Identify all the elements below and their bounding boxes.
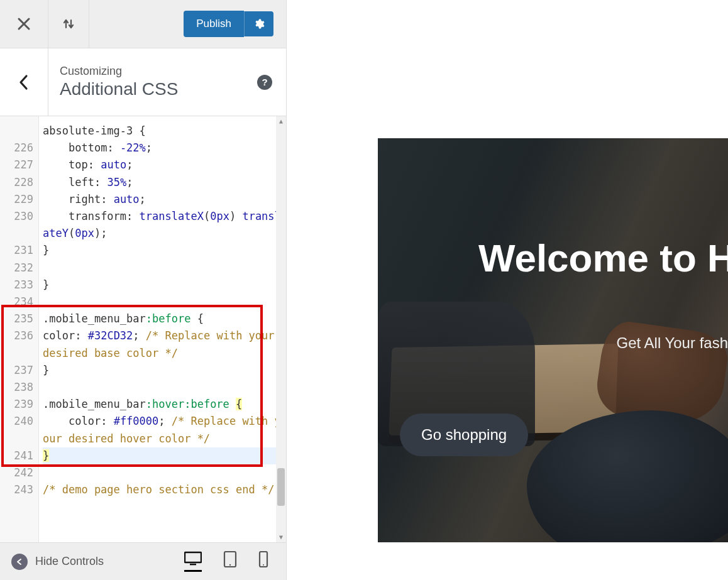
- hide-controls-button[interactable]: Hide Controls: [11, 554, 104, 570]
- hero-section: Welcome to Ha Get All Your fash Go shopp…: [378, 138, 728, 542]
- editor-scrollbar[interactable]: ▲ ▼: [276, 116, 286, 542]
- customizer-topbar: Publish: [0, 0, 286, 48]
- line-number: 239: [0, 396, 38, 413]
- line-number: 241: [0, 447, 38, 464]
- line-number: 230: [0, 208, 38, 242]
- svg-rect-1: [190, 564, 196, 565]
- help-button[interactable]: ?: [257, 75, 272, 90]
- line-number: 227: [0, 156, 38, 173]
- line-number: 226: [0, 140, 38, 156]
- svg-rect-0: [185, 552, 201, 562]
- customizer-sidebar: Publish Customizing Additional CSS ? 226…: [0, 0, 287, 580]
- panel-subtitle: Customizing: [60, 65, 246, 78]
- code-area[interactable]: absolute-img-3 { bottom: -22%; top: auto…: [39, 116, 286, 542]
- line-number: 229: [0, 191, 38, 208]
- line-number: 236: [0, 327, 38, 361]
- chevron-left-icon: [18, 74, 30, 90]
- scroll-down-arrow-icon[interactable]: ▼: [276, 532, 286, 542]
- scroll-thumb[interactable]: [277, 468, 285, 506]
- hide-controls-label: Hide Controls: [35, 555, 104, 568]
- device-mobile-button[interactable]: [258, 551, 268, 572]
- svg-point-3: [229, 564, 231, 566]
- device-tablet-button[interactable]: [223, 551, 237, 572]
- tablet-icon: [223, 551, 237, 567]
- code-lines[interactable]: absolute-img-3 { bottom: -22%; top: auto…: [43, 123, 282, 498]
- close-icon: [17, 17, 31, 31]
- panel-header: Customizing Additional CSS ?: [0, 48, 286, 116]
- line-number-gutter: 226 227 228 229 230 231 232 233 234 235 …: [0, 116, 39, 542]
- device-preview-buttons: [184, 551, 275, 572]
- publish-button[interactable]: Publish: [184, 11, 244, 37]
- line-number: 240: [0, 413, 38, 447]
- line-number: 242: [0, 464, 38, 481]
- line-number: 237: [0, 362, 38, 379]
- collapse-left-icon: [16, 558, 23, 566]
- line-number: 238: [0, 379, 38, 396]
- line-number: 228: [0, 174, 38, 191]
- close-button[interactable]: [0, 0, 48, 48]
- mobile-icon: [258, 551, 268, 567]
- scroll-up-arrow-icon[interactable]: ▲: [276, 116, 286, 126]
- hero-cta-button[interactable]: Go shopping: [400, 413, 528, 456]
- panel-title: Additional CSS: [60, 79, 246, 99]
- line-number: [0, 123, 38, 140]
- line-number: 235: [0, 310, 38, 327]
- line-number: 232: [0, 260, 38, 276]
- line-number: 234: [0, 293, 38, 310]
- publish-settings-button[interactable]: [244, 11, 273, 36]
- line-number: 233: [0, 276, 38, 293]
- arrange-button[interactable]: [48, 0, 89, 48]
- line-number: 243: [0, 481, 38, 515]
- gear-icon: [253, 18, 265, 30]
- svg-point-5: [263, 564, 264, 566]
- up-down-arrow-icon: [61, 16, 76, 31]
- help-icon: ?: [262, 77, 267, 87]
- hero-title: Welcome to Ha: [478, 236, 728, 280]
- back-button[interactable]: [0, 48, 48, 116]
- customizer-footer: Hide Controls: [0, 542, 286, 580]
- desktop-icon: [184, 551, 202, 566]
- css-editor[interactable]: 226 227 228 229 230 231 232 233 234 235 …: [0, 116, 286, 542]
- device-desktop-button[interactable]: [184, 551, 202, 572]
- line-number: 231: [0, 242, 38, 259]
- site-preview[interactable]: Welcome to Ha Get All Your fash Go shopp…: [287, 0, 728, 580]
- hero-subtitle: Get All Your fash: [617, 334, 728, 352]
